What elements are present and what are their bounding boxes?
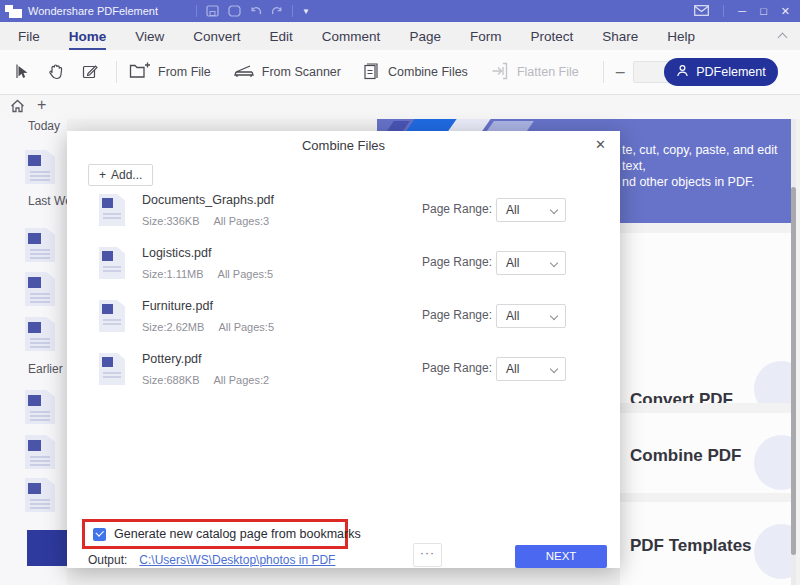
menu-help[interactable]: Help: [667, 22, 695, 50]
file-row: Furniture.pdf Size:2.62MBAll Pages:5 Pag…: [67, 299, 620, 351]
edit-tool-icon[interactable]: [80, 62, 100, 82]
file-meta: Size:1.11MBAll Pages:5: [142, 268, 273, 280]
banner-text: te, cut, copy, paste, and edit text, nd …: [622, 142, 787, 190]
recent-file-thumbnail[interactable]: [25, 317, 55, 351]
file-row: Pottery.pdf Size:688KBAll Pages:2 Page R…: [67, 352, 620, 404]
card-title: PDF Templates: [630, 536, 752, 556]
from-file-label: From File: [158, 65, 211, 79]
app-window: Wondershare PDFelement ▼ ─ □ ✕ File Home…: [0, 0, 800, 585]
page-range-select[interactable]: All: [496, 198, 566, 222]
add-files-button[interactable]: + Add...: [88, 164, 153, 186]
new-tab-icon[interactable]: +: [37, 96, 46, 114]
zoom-out-icon[interactable]: –: [616, 63, 625, 81]
menu-file[interactable]: File: [18, 22, 40, 50]
hand-tool-icon[interactable]: [46, 62, 66, 82]
account-button[interactable]: PDFelement: [664, 58, 778, 86]
menu-page[interactable]: Page: [409, 22, 441, 50]
card-combine-pdf[interactable]: Combine PDF: [620, 413, 791, 493]
file-name: Logistics.pdf: [142, 246, 211, 260]
file-name: Documents_Graphs.pdf: [142, 193, 274, 207]
chevron-down-icon: [550, 206, 558, 214]
menu-view[interactable]: View: [135, 22, 164, 50]
menu-bar: File Home View Convert Edit Comment Page…: [0, 22, 800, 50]
divider: [723, 5, 724, 17]
add-label: Add...: [111, 168, 142, 182]
from-file-icon: [129, 62, 151, 83]
recent-file-thumbnail[interactable]: [25, 150, 55, 184]
plus-icon: +: [99, 168, 106, 182]
file-name: Pottery.pdf: [142, 352, 202, 366]
save-icon[interactable]: [206, 5, 219, 17]
recent-file-thumbnail[interactable]: [25, 435, 55, 469]
redo-icon[interactable]: [271, 5, 283, 17]
pdf-file-icon: [99, 353, 125, 385]
maximize-button[interactable]: □: [760, 6, 767, 17]
annotation-highlight-box: Generate new catalog page from bookmarks: [82, 519, 348, 549]
dialog-close-icon[interactable]: ✕: [591, 135, 610, 154]
output-path-link[interactable]: C:\Users\WS\Desktop\photos in PDF: [139, 553, 335, 567]
from-scanner-button[interactable]: From Scanner: [233, 63, 341, 82]
page-range-select[interactable]: All: [496, 357, 566, 381]
menu-form[interactable]: Form: [470, 22, 502, 50]
close-button[interactable]: ✕: [781, 6, 790, 17]
card-pdf-templates[interactable]: PDF Templates: [620, 502, 791, 585]
from-file-button[interactable]: From File: [129, 62, 211, 83]
recent-file-thumbnail[interactable]: [25, 228, 55, 262]
file-meta: Size:2.62MBAll Pages:5: [142, 321, 274, 333]
dialog-title: Combine Files: [67, 138, 620, 153]
scrollbar-thumb[interactable]: [791, 187, 796, 555]
chevron-down-icon: [550, 312, 558, 320]
output-row: Output:C:\Users\WS\Desktop\photos in PDF: [88, 553, 335, 567]
combine-files-button[interactable]: Combine Files: [363, 61, 468, 84]
recent-file-thumbnail[interactable]: [25, 390, 55, 424]
app-title: Wondershare PDFelement: [28, 5, 158, 17]
pdf-file-icon: [99, 300, 125, 332]
divider: [116, 61, 117, 83]
catalog-checkbox[interactable]: [93, 528, 106, 541]
collapse-ribbon-icon[interactable]: [778, 31, 788, 41]
mail-icon[interactable]: [694, 2, 709, 20]
scrollbar-track[interactable]: [791, 119, 796, 585]
menu-convert[interactable]: Convert: [193, 22, 240, 50]
minimize-button[interactable]: ─: [738, 6, 746, 17]
recent-files-sidebar: Today Last We Earlier: [0, 119, 67, 585]
customize-toolbar-icon[interactable]: ▼: [302, 7, 310, 16]
page-range-select[interactable]: All: [496, 304, 566, 328]
select-tool-icon[interactable]: [12, 62, 32, 82]
selected-thumbnail[interactable]: [27, 530, 67, 566]
combine-files-label: Combine Files: [388, 65, 468, 79]
home-tab-icon[interactable]: [10, 99, 25, 117]
snapshot-icon[interactable]: [228, 5, 241, 17]
flatten-file-icon: [490, 61, 510, 84]
menu-protect[interactable]: Protect: [530, 22, 573, 50]
pdf-templates-icon: [754, 524, 791, 579]
page-range-label: Page Range:: [422, 202, 492, 216]
menu-share[interactable]: Share: [602, 22, 638, 50]
quick-access-toolbar: ▼: [196, 5, 310, 17]
combine-pdf-icon: [754, 435, 791, 490]
card-title: Combine PDF: [630, 446, 741, 466]
toolbar: From File From Scanner Combine Files Fla…: [0, 50, 800, 95]
menu-home[interactable]: Home: [69, 22, 107, 50]
pdf-file-icon: [99, 194, 125, 226]
app-logo-icon: [5, 5, 22, 18]
menu-edit[interactable]: Edit: [270, 22, 293, 50]
page-range-label: Page Range:: [422, 361, 492, 375]
group-label-earlier: Earlier: [28, 362, 63, 376]
output-label: Output:: [88, 553, 127, 567]
menu-comment[interactable]: Comment: [322, 22, 381, 50]
file-name: Furniture.pdf: [142, 299, 213, 313]
combine-files-dialog: Combine Files ✕ + Add... Documents_Graph…: [67, 131, 620, 568]
browse-output-button[interactable]: ···: [413, 543, 442, 567]
card-convert-pdf[interactable]: Convert PDF Convert PDF to an editable W…: [620, 233, 791, 403]
recent-file-thumbnail[interactable]: [25, 478, 55, 512]
flatten-file-button: Flatten File: [490, 61, 579, 84]
next-button[interactable]: NEXT: [515, 545, 607, 568]
page-range-select[interactable]: All: [496, 251, 566, 275]
title-bar: Wondershare PDFelement ▼ ─ □ ✕: [0, 0, 800, 22]
flatten-file-label: Flatten File: [517, 65, 579, 79]
catalog-checkbox-label: Generate new catalog page from bookmarks: [114, 527, 361, 541]
undo-icon[interactable]: [250, 5, 262, 17]
pdf-file-icon: [99, 247, 125, 279]
recent-file-thumbnail[interactable]: [25, 272, 55, 306]
